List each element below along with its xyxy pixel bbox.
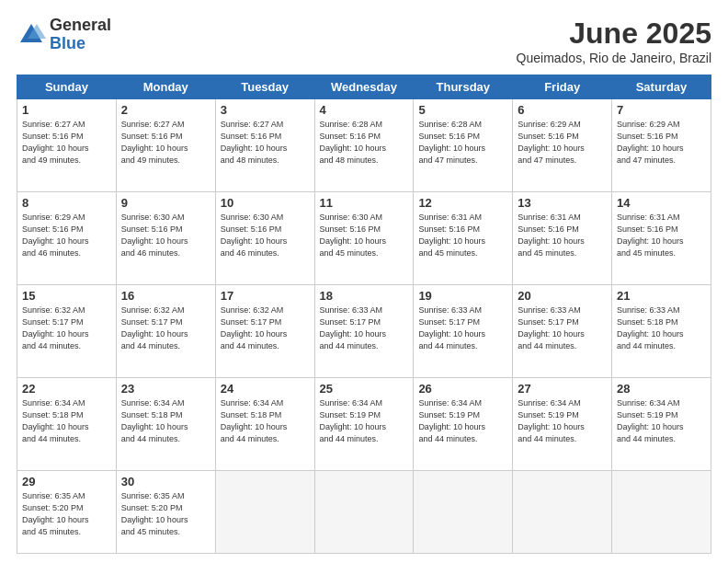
table-row: 29Sunrise: 6:35 AMSunset: 5:20 PMDayligh… <box>17 471 117 554</box>
col-tuesday: Tuesday <box>215 75 314 99</box>
table-row: 22Sunrise: 6:34 AMSunset: 5:18 PMDayligh… <box>17 378 117 471</box>
day-info: Sunrise: 6:34 AMSunset: 5:19 PMDaylight:… <box>518 398 585 443</box>
logo-general: General <box>50 17 111 35</box>
day-number: 14 <box>617 196 706 210</box>
day-number: 13 <box>518 196 607 210</box>
day-number: 4 <box>320 103 409 117</box>
calendar-body: 1Sunrise: 6:27 AMSunset: 5:16 PMDaylight… <box>17 99 711 554</box>
day-number: 6 <box>518 103 607 117</box>
table-row: 20Sunrise: 6:33 AMSunset: 5:17 PMDayligh… <box>513 285 612 378</box>
col-friday: Friday <box>513 75 612 99</box>
day-info: Sunrise: 6:29 AMSunset: 5:16 PMDaylight:… <box>617 120 684 165</box>
day-info: Sunrise: 6:27 AMSunset: 5:16 PMDaylight:… <box>221 120 288 165</box>
day-info: Sunrise: 6:31 AMSunset: 5:16 PMDaylight:… <box>418 213 485 258</box>
day-number: 23 <box>121 382 210 396</box>
day-number: 8 <box>22 196 111 210</box>
day-info: Sunrise: 6:31 AMSunset: 5:16 PMDaylight:… <box>518 213 585 258</box>
table-row: 17Sunrise: 6:32 AMSunset: 5:17 PMDayligh… <box>215 285 314 378</box>
day-number: 17 <box>221 289 310 303</box>
title-section: June 2025 Queimados, Rio de Janeiro, Bra… <box>517 17 711 65</box>
day-number: 29 <box>22 475 111 488</box>
logo-icon <box>17 20 46 50</box>
logo: General Blue <box>17 17 111 53</box>
day-info: Sunrise: 6:28 AMSunset: 5:16 PMDaylight:… <box>320 120 387 165</box>
table-row: 23Sunrise: 6:34 AMSunset: 5:18 PMDayligh… <box>116 378 215 471</box>
day-info: Sunrise: 6:34 AMSunset: 5:19 PMDaylight:… <box>320 398 387 443</box>
day-info: Sunrise: 6:32 AMSunset: 5:17 PMDaylight:… <box>221 305 288 350</box>
day-info: Sunrise: 6:30 AMSunset: 5:16 PMDaylight:… <box>221 213 288 258</box>
table-row: 2Sunrise: 6:27 AMSunset: 5:16 PMDaylight… <box>116 99 215 192</box>
day-info: Sunrise: 6:32 AMSunset: 5:17 PMDaylight:… <box>22 305 89 350</box>
table-row: 10Sunrise: 6:30 AMSunset: 5:16 PMDayligh… <box>215 192 314 285</box>
table-row: 18Sunrise: 6:33 AMSunset: 5:17 PMDayligh… <box>314 285 414 378</box>
table-row <box>215 471 314 554</box>
table-row: 27Sunrise: 6:34 AMSunset: 5:19 PMDayligh… <box>513 378 612 471</box>
day-info: Sunrise: 6:30 AMSunset: 5:16 PMDaylight:… <box>320 213 387 258</box>
calendar-table: Sunday Monday Tuesday Wednesday Thursday… <box>17 75 711 554</box>
table-row: 9Sunrise: 6:30 AMSunset: 5:16 PMDaylight… <box>116 192 215 285</box>
day-info: Sunrise: 6:29 AMSunset: 5:16 PMDaylight:… <box>518 120 585 165</box>
day-number: 11 <box>320 196 409 210</box>
table-row <box>612 471 711 554</box>
table-row: 12Sunrise: 6:31 AMSunset: 5:16 PMDayligh… <box>414 192 513 285</box>
day-number: 10 <box>221 196 310 210</box>
day-info: Sunrise: 6:33 AMSunset: 5:17 PMDaylight:… <box>418 305 485 350</box>
day-number: 28 <box>617 382 706 396</box>
table-row: 8Sunrise: 6:29 AMSunset: 5:16 PMDaylight… <box>17 192 117 285</box>
day-info: Sunrise: 6:34 AMSunset: 5:18 PMDaylight:… <box>121 398 188 443</box>
table-row: 24Sunrise: 6:34 AMSunset: 5:18 PMDayligh… <box>215 378 314 471</box>
table-row: 19Sunrise: 6:33 AMSunset: 5:17 PMDayligh… <box>414 285 513 378</box>
logo-text: General Blue <box>50 17 111 53</box>
day-number: 20 <box>518 289 607 303</box>
col-wednesday: Wednesday <box>314 75 414 99</box>
day-number: 1 <box>22 103 111 117</box>
col-sunday: Sunday <box>17 75 117 99</box>
day-info: Sunrise: 6:27 AMSunset: 5:16 PMDaylight:… <box>22 120 89 165</box>
table-row: 3Sunrise: 6:27 AMSunset: 5:16 PMDaylight… <box>215 99 314 192</box>
day-number: 16 <box>121 289 210 303</box>
table-row: 6Sunrise: 6:29 AMSunset: 5:16 PMDaylight… <box>513 99 612 192</box>
day-number: 22 <box>22 382 111 396</box>
table-row: 25Sunrise: 6:34 AMSunset: 5:19 PMDayligh… <box>314 378 414 471</box>
table-row: 30Sunrise: 6:35 AMSunset: 5:20 PMDayligh… <box>116 471 215 554</box>
day-number: 18 <box>320 289 409 303</box>
table-row: 5Sunrise: 6:28 AMSunset: 5:16 PMDaylight… <box>414 99 513 192</box>
logo-blue: Blue <box>50 35 111 53</box>
calendar-header: Sunday Monday Tuesday Wednesday Thursday… <box>17 75 711 99</box>
day-number: 9 <box>121 196 210 210</box>
day-number: 26 <box>418 382 507 396</box>
day-number: 30 <box>121 475 210 488</box>
day-number: 27 <box>518 382 607 396</box>
col-monday: Monday <box>116 75 215 99</box>
day-number: 25 <box>320 382 409 396</box>
day-number: 5 <box>418 103 507 117</box>
day-info: Sunrise: 6:28 AMSunset: 5:16 PMDaylight:… <box>418 120 485 165</box>
table-row: 7Sunrise: 6:29 AMSunset: 5:16 PMDaylight… <box>612 99 711 192</box>
day-info: Sunrise: 6:33 AMSunset: 5:18 PMDaylight:… <box>617 305 684 350</box>
days-of-week-row: Sunday Monday Tuesday Wednesday Thursday… <box>17 75 711 99</box>
table-row: 15Sunrise: 6:32 AMSunset: 5:17 PMDayligh… <box>17 285 117 378</box>
day-number: 21 <box>617 289 706 303</box>
day-info: Sunrise: 6:34 AMSunset: 5:18 PMDaylight:… <box>22 398 89 443</box>
col-saturday: Saturday <box>612 75 711 99</box>
day-number: 3 <box>221 103 310 117</box>
day-number: 19 <box>418 289 507 303</box>
table-row <box>314 471 414 554</box>
day-info: Sunrise: 6:33 AMSunset: 5:17 PMDaylight:… <box>320 305 387 350</box>
table-row: 11Sunrise: 6:30 AMSunset: 5:16 PMDayligh… <box>314 192 414 285</box>
table-row: 4Sunrise: 6:28 AMSunset: 5:16 PMDaylight… <box>314 99 414 192</box>
day-info: Sunrise: 6:34 AMSunset: 5:18 PMDaylight:… <box>221 398 288 443</box>
table-row: 26Sunrise: 6:34 AMSunset: 5:19 PMDayligh… <box>414 378 513 471</box>
table-row: 1Sunrise: 6:27 AMSunset: 5:16 PMDaylight… <box>17 99 117 192</box>
day-info: Sunrise: 6:29 AMSunset: 5:16 PMDaylight:… <box>22 213 89 258</box>
day-number: 12 <box>418 196 507 210</box>
day-info: Sunrise: 6:35 AMSunset: 5:20 PMDaylight:… <box>121 491 188 536</box>
day-number: 7 <box>617 103 706 117</box>
day-info: Sunrise: 6:35 AMSunset: 5:20 PMDaylight:… <box>22 491 89 536</box>
location: Queimados, Rio de Janeiro, Brazil <box>517 51 711 65</box>
month-title: June 2025 <box>517 17 711 51</box>
day-info: Sunrise: 6:30 AMSunset: 5:16 PMDaylight:… <box>121 213 188 258</box>
table-row <box>513 471 612 554</box>
day-info: Sunrise: 6:34 AMSunset: 5:19 PMDaylight:… <box>418 398 485 443</box>
header: General Blue June 2025 Queimados, Rio de… <box>17 17 711 65</box>
